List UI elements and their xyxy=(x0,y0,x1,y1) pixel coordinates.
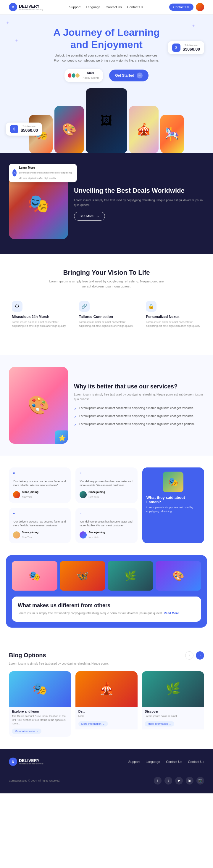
check-icon-2: ✓ xyxy=(74,414,77,420)
services-right: Why its better that use our services? Lo… xyxy=(74,383,204,428)
footer-link-language[interactable]: Language xyxy=(146,760,160,764)
footer-link-contact1[interactable]: Contact Us xyxy=(166,760,182,764)
social-linkedin[interactable]: in xyxy=(186,777,193,784)
blog-section: Blog Options ‹ › Lorem ipsum is simply f… xyxy=(0,640,213,749)
blog-cards: 🎭 Explore and learn The Delve account Su… xyxy=(9,671,204,737)
hero-subtitle: Unlock the potential of your space with … xyxy=(53,53,160,63)
brand-tagline: Fastest and better delivery xyxy=(19,8,43,10)
testi-author-3: Since joining New York xyxy=(13,531,67,539)
arrow-down-icon: ⌄ xyxy=(36,730,38,733)
more-info-button-1[interactable]: More Information ⌄ xyxy=(12,728,41,734)
art-card-3: 🖼 xyxy=(86,88,127,153)
gallery-grid: 🎭 🦋 🌿 🎨 xyxy=(12,561,201,591)
arrow-right-icon: → xyxy=(96,214,99,218)
dark-body: Lorem ipsum is simply free text used by … xyxy=(74,198,204,208)
services-title: Why its better that use our services? xyxy=(74,383,204,390)
testimonial-card-4: " 'Our delivery process has become faste… xyxy=(75,508,137,543)
logo: D DELIVERY Fastest and better delivery xyxy=(9,3,43,11)
footer-link-support[interactable]: Support xyxy=(129,760,140,764)
blog-content-3: Discover Lorem ipsum dolor sit amet... M… xyxy=(142,707,204,730)
client-avatars xyxy=(69,73,80,78)
quote-icon-3: " xyxy=(13,512,67,518)
blog-prev-button[interactable]: ‹ xyxy=(185,651,193,659)
blog-post-body-2: More... xyxy=(78,714,135,718)
blog-post-title-1: Explore and learn xyxy=(12,710,68,713)
footer-bottom: CompanyName © 2024. All rights reserved.… xyxy=(9,772,204,784)
feature-title-2: Tailored Connection xyxy=(79,315,134,319)
more-info-button-2[interactable]: More Information ⌄ xyxy=(78,721,108,726)
art-card-4: 🎪 xyxy=(129,106,158,153)
nav-cta-button[interactable]: Contact Us xyxy=(169,4,193,11)
testimonial-highlight: 🎭 What they said about Laman? Lorem ipsu… xyxy=(142,467,204,543)
hero-section: ✦ ✦ ✦ A Journey of Learning and Enjoymen… xyxy=(0,14,213,153)
testi-author-4: Since joining New York xyxy=(79,531,133,539)
testi-avatar-2 xyxy=(79,491,87,498)
user-avatar xyxy=(196,3,204,11)
blog-content-1: Explore and learn The Delve account Suit… xyxy=(9,707,71,737)
quote-icon-1: " xyxy=(13,472,67,478)
footer-logo: D DELIVERY Fastest and better delivery xyxy=(9,757,43,766)
footer-link-contact2[interactable]: Contact Us xyxy=(188,760,204,764)
blog-next-button[interactable]: › xyxy=(196,651,204,659)
service-item-1: ✓ Lorem ipsum dolor sit amet consectetur… xyxy=(74,406,204,411)
footer-logo-icon: D xyxy=(9,757,17,766)
social-instagram[interactable]: 📷 xyxy=(197,777,204,784)
arrow-down-icon-3: ⌄ xyxy=(169,722,171,725)
see-more-button[interactable]: See More → xyxy=(74,212,105,221)
revenue-badge-bottom: $ Total Avenue $5060.00 xyxy=(6,123,42,135)
social-facebook[interactable]: f xyxy=(154,777,162,784)
blog-thumb-3: 🌿 xyxy=(142,671,204,707)
blog-content-2: De... More... More Information ⌄ xyxy=(75,707,138,730)
testi-text-3: 'Our delivery process has become faster … xyxy=(13,520,67,528)
feature-item-3: 🔒 Personalized Nexus Lorem ipsum dolor s… xyxy=(143,298,204,340)
arrow-icon: → xyxy=(137,72,143,79)
testi-text-4: 'Our delivery process has become faster … xyxy=(79,520,133,528)
feature-icon-1: ⏱ xyxy=(12,301,23,312)
nav-contact1[interactable]: Contact Us xyxy=(106,5,121,9)
small-art: 🌟 xyxy=(55,430,68,444)
revenue-text: Total Avenue $5060.00 xyxy=(183,44,200,52)
services-left: 🎨 🌟 xyxy=(9,367,68,444)
quote-icon-4: " xyxy=(79,512,133,518)
blog-post-title-3: Discover xyxy=(145,710,201,713)
feature-icon-2: 🔗 xyxy=(79,301,90,312)
nav-language[interactable]: Language xyxy=(86,5,100,9)
services-art: 🎨 🌟 xyxy=(9,367,68,444)
testi-author-2: Since joining New York xyxy=(79,491,133,499)
get-started-button[interactable]: Get Started → xyxy=(109,69,148,82)
more-info-button-3[interactable]: More Information ⌄ xyxy=(145,721,174,726)
social-icons: f t ▶ in 📷 xyxy=(154,777,204,784)
revenue-badge-top: $ Total Avenue $5060.00 xyxy=(168,41,204,54)
highlight-art: 🎭 xyxy=(163,472,183,492)
dark-title: Unveiling the Best Deals Worldwide xyxy=(74,187,204,195)
social-twitter[interactable]: t xyxy=(165,777,172,784)
blog-title: Blog Options xyxy=(9,652,46,659)
logo-icon: D xyxy=(9,3,17,11)
nav-support[interactable]: Support xyxy=(69,5,81,9)
feature-item-2: 🔗 Tailored Connection Lorem ipsum dolor … xyxy=(76,298,137,340)
service-list: ✓ Lorem ipsum dolor sit amet consectetur… xyxy=(74,406,204,428)
navbar: D DELIVERY Fastest and better delivery S… xyxy=(0,0,213,14)
feature-desc-1: Lorem ipsum dolor sit amet consectetur a… xyxy=(12,320,67,328)
testimonial-card-2: " 'Our delivery process has become faste… xyxy=(75,467,137,503)
avatar-3 xyxy=(75,73,80,78)
dark-left: 🎭 ⊙ Learn More Lorem ipsum dolor sit ame… xyxy=(9,168,68,239)
footer-nav: Support Language Contact Us Contact Us xyxy=(129,760,204,764)
arrow-down-icon-2: ⌄ xyxy=(103,722,105,725)
testi-text-2: 'Our delivery process has become faster … xyxy=(79,479,133,488)
blog-card-3: 🌿 Discover Lorem ipsum dolor sit amet...… xyxy=(142,671,204,737)
gallery-body: Lorem ipsum is simply free text used by … xyxy=(18,611,195,616)
brand-name: DELIVERY xyxy=(19,4,43,8)
testi-avatar-1 xyxy=(13,491,20,498)
testi-avatar-4 xyxy=(79,531,87,538)
feature-desc-2: Lorem ipsum dolor sit amet consectetur a… xyxy=(79,320,134,328)
feature-title-3: Personalized Nexus xyxy=(146,315,201,319)
read-more-link[interactable]: Read More... xyxy=(164,612,181,615)
footer-copyright: CompanyName © 2024. All rights reserved. xyxy=(9,779,60,782)
revenue-icon-2: $ xyxy=(10,125,19,133)
testimonials-section: " 'Our delivery process has become faste… xyxy=(0,456,213,555)
blog-post-title-2: De... xyxy=(78,710,135,713)
art-face-5: 🎠 xyxy=(161,115,184,153)
social-youtube[interactable]: ▶ xyxy=(175,777,183,784)
nav-contact2[interactable]: Contact Us xyxy=(127,5,143,9)
